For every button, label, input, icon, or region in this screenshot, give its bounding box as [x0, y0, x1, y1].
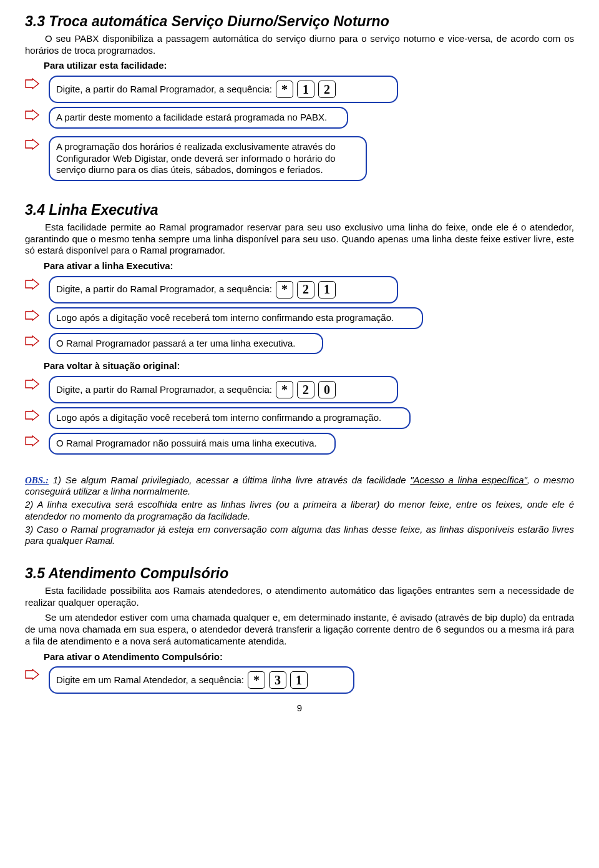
arrow-right-icon	[25, 310, 42, 321]
key-asterisk: *	[276, 381, 293, 398]
step-bubble: O Ramal Programador não possuirá mais um…	[49, 433, 336, 455]
section-title-33: 3.3 Troca automática Serviço Diurno/Serv…	[25, 12, 574, 31]
step-bubble: Digite em um Ramal Atendedor, a sequênci…	[49, 666, 354, 694]
step-text: O Ramal Programador passará a ter uma li…	[56, 338, 296, 350]
section-intro-34: Esta facilidade permite ao Ramal program…	[25, 222, 574, 257]
svg-marker-9	[26, 669, 39, 679]
arrow-right-icon	[25, 109, 42, 121]
step-row: Digite, a partir do Ramal Programador, a…	[25, 376, 574, 403]
key-digit: 1	[297, 81, 314, 98]
step-bubble: Digite, a partir do Ramal Programador, a…	[49, 276, 398, 303]
key-asterisk: *	[248, 671, 265, 689]
obs-link[interactable]: "Acesso a linha específica"	[410, 475, 527, 485]
key-digit: 1	[318, 281, 336, 298]
step-bubble: O Ramal Programador passará a ter uma li…	[49, 333, 323, 355]
step-text: Logo após a digitação você receberá tom …	[56, 412, 381, 424]
step-row: Logo após a digitação você receberá tom …	[25, 307, 574, 329]
obs-text: 1) Se algum Ramal privilegiado, acessar …	[49, 475, 410, 485]
arrow-right-icon	[25, 279, 42, 290]
svg-marker-8	[26, 436, 39, 446]
label-activate-compulsory: Para ativar o Atendimento Compulsório:	[44, 651, 574, 663]
key-digit: 0	[318, 381, 336, 398]
key-digit: 2	[297, 381, 314, 398]
arrow-right-icon	[25, 435, 42, 446]
svg-marker-5	[26, 336, 39, 346]
step-bubble: Digite, a partir do Ramal Programador, a…	[49, 376, 398, 403]
arrow-right-icon	[25, 669, 42, 680]
step-row: A partir deste momento a facilidade esta…	[25, 107, 574, 129]
label-reset-original: Para voltar à situação original:	[44, 360, 574, 372]
svg-marker-0	[26, 79, 39, 89]
section-title-34: 3.4 Linha Executiva	[25, 201, 574, 219]
arrow-right-icon	[25, 78, 42, 89]
label-use-facility: Para utilizar esta facilidade:	[44, 60, 574, 72]
key-asterisk: *	[276, 281, 293, 298]
step-bubble: Digite, a partir do Ramal Programador, a…	[49, 76, 398, 103]
step-row: A programação dos horários é realizada e…	[25, 136, 574, 181]
step-row: O Ramal Programador passará a ter uma li…	[25, 333, 574, 355]
step-row: Digite em um Ramal Atendedor, a sequênci…	[25, 666, 574, 694]
svg-marker-1	[26, 110, 39, 120]
step-text: A programação dos horários é realizada e…	[56, 141, 359, 176]
section-intro-35a: Esta facilidade possibilita aos Ramais a…	[25, 585, 574, 609]
step-text: A partir deste momento a facilidade esta…	[56, 112, 327, 124]
obs-note-2: 2) A linha executiva será escolhida entr…	[25, 499, 574, 523]
step-row: Logo após a digitação você receberá tom …	[25, 407, 574, 429]
section-title-35: 3.5 Atendimento Compulsório	[25, 565, 574, 583]
label-activate-executive: Para ativar a linha Executiva:	[44, 260, 574, 272]
section-intro-33: O seu PABX disponibiliza a passagem auto…	[25, 33, 574, 57]
step-row: Digite, a partir do Ramal Programador, a…	[25, 76, 574, 103]
step-row: O Ramal Programador não possuirá mais um…	[25, 433, 574, 455]
key-digit: 2	[318, 81, 336, 98]
step-text: Logo após a digitação você receberá tom …	[56, 312, 394, 324]
key-digit: 1	[290, 671, 308, 689]
obs-label: OBS.:	[25, 475, 49, 485]
step-bubble: Logo após a digitação você receberá tom …	[49, 307, 423, 329]
step-text: O Ramal Programador não possuirá mais um…	[56, 438, 317, 450]
step-text: Digite em um Ramal Atendedor, a sequênci…	[56, 674, 244, 686]
step-text: Digite, a partir do Ramal Programador, a…	[56, 84, 272, 96]
arrow-right-icon	[25, 335, 42, 347]
step-bubble: A programação dos horários é realizada e…	[49, 136, 367, 181]
key-digit: 2	[297, 281, 314, 298]
section-intro-35b: Se um atendedor estiver com uma chamada …	[25, 612, 574, 647]
arrow-right-icon	[25, 139, 42, 150]
svg-marker-4	[26, 310, 39, 320]
page-number: 9	[25, 703, 574, 714]
step-text: Digite, a partir do Ramal Programador, a…	[56, 384, 272, 396]
step-row: Digite, a partir do Ramal Programador, a…	[25, 276, 574, 303]
obs-note-3: 3) Caso o Ramal programador já esteja em…	[25, 524, 574, 548]
svg-marker-7	[26, 410, 39, 420]
arrow-right-icon	[25, 410, 42, 421]
svg-marker-3	[26, 279, 39, 289]
step-bubble: A partir deste momento a facilidade esta…	[49, 107, 348, 129]
obs-note-1: OBS.: 1) Se algum Ramal privilegiado, ac…	[25, 475, 574, 498]
step-text: Digite, a partir do Ramal Programador, a…	[56, 284, 272, 295]
svg-marker-2	[26, 139, 39, 149]
svg-marker-6	[26, 379, 39, 389]
arrow-right-icon	[25, 378, 42, 390]
key-digit: 3	[269, 671, 286, 689]
step-bubble: Logo após a digitação você receberá tom …	[49, 407, 411, 429]
key-asterisk: *	[276, 81, 293, 98]
